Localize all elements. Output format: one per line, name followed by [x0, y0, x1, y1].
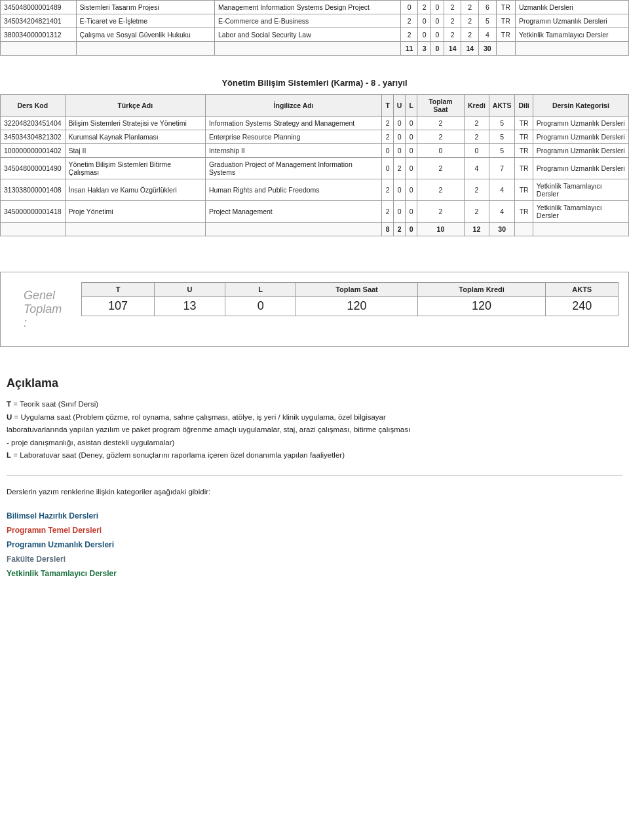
col-ders-kod: Ders Kod [1, 95, 66, 117]
aciklama-divider [7, 475, 622, 476]
total-values-table: T U L Toplam Saat Toplam Kredi AKTS 107 … [81, 282, 619, 316]
col-toplam-saat: Toplam Saat [417, 95, 464, 117]
total-u-value: 13 [154, 297, 225, 316]
aciklama-line-2: U = Uygulama saat (Problem çözme, rol oy… [7, 411, 622, 424]
table-row: 380034000001312 Çalışma ve Sosyal Güvenl… [1, 28, 629, 42]
main-summary-row: 8 2 0 10 12 30 [1, 223, 629, 236]
col-kredi: Kredi [465, 95, 489, 117]
cat-yetkinlik: Yetkinlik Tamamlayıcı Dersler [7, 569, 622, 578]
col-dil: Dili [515, 95, 533, 117]
total-l-value: 0 [225, 297, 296, 316]
col-ingilizce: İngilizce Adı [205, 95, 381, 117]
total-header-row: T U L Toplam Saat Toplam Kredi AKTS [82, 283, 619, 297]
aciklama-line-4: - proje danışmanlığı, asistan destekli u… [7, 437, 622, 450]
total-values-row: 107 13 0 120 120 240 [82, 297, 619, 316]
total-saat-value: 120 [296, 297, 417, 316]
genel-toplam-section: Genel Toplam : T U L Toplam Saat Toplam … [0, 272, 629, 347]
top-table: 345048000001489 Sistemleri Tasarım Proje… [0, 0, 629, 56]
cat-temel: Programın Temel Dersleri [7, 526, 622, 535]
summary-row: 11 3 0 14 14 30 [1, 42, 629, 56]
section-header: Yönetim Bilişim Sistemleri (Karma) - 8 .… [0, 71, 629, 94]
aciklama-line-5: L = Laboratuvar saat (Deney, gözlem sonu… [7, 449, 622, 462]
table-row: 322048203451404 Bilişim Sistemleri Strat… [1, 117, 629, 130]
table-row: 345034304821302 Kurumsal Kaynak Planlama… [1, 130, 629, 144]
total-kredi-value: 120 [417, 297, 546, 316]
aciklama-text: T = Teorik saat (Sınıf Dersi) U = Uygula… [7, 398, 622, 462]
total-col-u: U [154, 283, 225, 297]
total-grid: Genel Toplam : T U L Toplam Saat Toplam … [10, 282, 619, 337]
col-kategori: Dersin Kategorisi [533, 95, 628, 117]
aciklama-line-1: T = Teorik saat (Sınıf Dersi) [7, 398, 622, 411]
aciklama-line-3: laboratuvarlarında yapılan yazılım ve pa… [7, 424, 622, 437]
total-col-l: L [225, 283, 296, 297]
table-row: 345048000001490 Yönetim Bilişim Sistemle… [1, 158, 629, 179]
total-t-value: 107 [82, 297, 155, 316]
table-row: 345048000001489 Sistemleri Tasarım Proje… [1, 1, 629, 14]
table-row: 313038000001408 İnsan Hakları ve Kamu Öz… [1, 179, 629, 201]
category-list: Bilimsel Hazırlık Dersleri Programın Tem… [7, 511, 622, 578]
aciklama-section: Açıklama T = Teorik saat (Sınıf Dersi) U… [0, 367, 629, 593]
total-akts-value: 240 [546, 297, 619, 316]
aciklama-title: Açıklama [7, 376, 622, 390]
col-t: T [382, 95, 393, 117]
genel-toplam-label: Genel Toplam : [10, 282, 81, 337]
cat-fakulte: Fakülte Dersleri [7, 555, 622, 564]
total-col-toplam-saat: Toplam Saat [296, 283, 417, 297]
col-u: U [393, 95, 406, 117]
total-col-akts: AKTS [546, 283, 619, 297]
table-row: 345034204821401 E-Ticaret ve E-İşletme E… [1, 14, 629, 28]
dersin-yazim-renleri-title: Derslerin yazım renklerine ilişkin kateg… [7, 486, 622, 499]
table-row: 100000000001402 Staj II Internship II 0 … [1, 144, 629, 158]
col-turkce: Türkçe Adı [65, 95, 205, 117]
table-row: 345000000001418 Proje Yönetimi Project M… [1, 201, 629, 223]
main-table: Ders Kod Türkçe Adı İngilizce Adı T U L … [0, 94, 629, 236]
cat-uzmanlik: Programın Uzmanlık Dersleri [7, 540, 622, 549]
cat-bilimsel: Bilimsel Hazırlık Dersleri [7, 511, 622, 520]
col-akts: AKTS [489, 95, 515, 117]
total-col-t: T [82, 283, 155, 297]
total-col-toplam-kredi: Toplam Kredi [417, 283, 546, 297]
table-header-row: Ders Kod Türkçe Adı İngilizce Adı T U L … [1, 95, 629, 117]
col-l: L [406, 95, 417, 117]
